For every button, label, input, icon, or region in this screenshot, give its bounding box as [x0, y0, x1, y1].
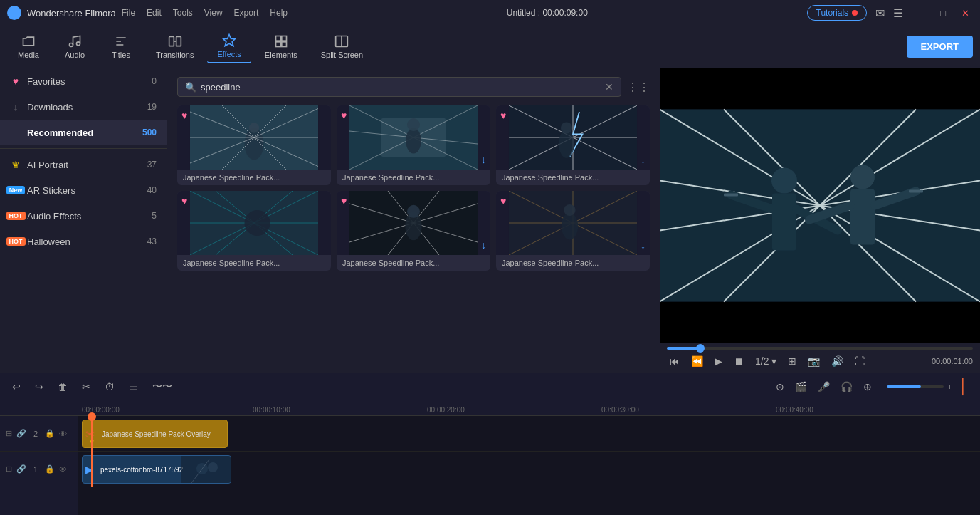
- toolbar-media[interactable]: Media: [7, 31, 50, 63]
- close-button[interactable]: ✕: [958, 8, 973, 19]
- effect-card-5[interactable]: ♥ ↓ Japanese Speedline Pack...: [337, 191, 490, 271]
- effect-dl-3[interactable]: ↓: [641, 154, 646, 165]
- maximize-button[interactable]: □: [937, 8, 949, 19]
- snapshot-button[interactable]: 📷: [805, 354, 823, 368]
- mail-icon[interactable]: ✉: [875, 6, 885, 20]
- titlebar-left: Wondershare Filmora File Edit Tools View…: [7, 6, 288, 20]
- effect-dl-5[interactable]: ↓: [481, 239, 486, 251]
- hot-badge-audio: HOT: [10, 210, 21, 222]
- zoom-minus-icon: −: [879, 383, 883, 391]
- effect-name-3: Japanese Speedline Pack...: [496, 170, 650, 185]
- track2-lock-icon[interactable]: 🔒: [45, 429, 55, 438]
- effect-fav-5[interactable]: ♥: [341, 195, 347, 207]
- ruler-mark-10: 00:00:10:00: [253, 406, 290, 414]
- progress-thumb: [696, 344, 705, 353]
- effect-name-5: Japanese Speedline Pack...: [337, 255, 490, 271]
- skip-back-button[interactable]: ⏮: [667, 354, 683, 368]
- svg-point-44: [559, 130, 574, 158]
- zoom-controls: ⊙ 🎬 🎤 🎧 ⊕ − + │: [772, 377, 971, 396]
- effect-thumb-1: ♥: [177, 105, 331, 170]
- speedline-thumbnail-5: [337, 191, 490, 255]
- motion-button[interactable]: 🎬: [791, 380, 811, 394]
- redo-button[interactable]: ↪: [31, 380, 47, 394]
- toolbar-elements[interactable]: Elements: [255, 31, 307, 63]
- timeline-body: ⊞ 🔗 2 🔒 👁 ⊞ 🔗 1 🔒 👁 00:00:00:00 00:00:10…: [0, 400, 980, 515]
- effect-card-1[interactable]: ♥ Japanese Speedline Pack...: [177, 105, 331, 185]
- cut-button[interactable]: ✂: [78, 380, 94, 394]
- audio-wave-button[interactable]: 〜〜: [149, 379, 176, 395]
- undo-button[interactable]: ↩: [9, 380, 24, 394]
- track2-number: 2: [33, 430, 38, 438]
- track1-number: 1: [33, 465, 38, 474]
- menu-tools[interactable]: Tools: [173, 8, 193, 18]
- effect-dl-2[interactable]: ↓: [481, 154, 486, 165]
- clock-button[interactable]: ⏱: [101, 380, 118, 394]
- toolbar-audio[interactable]: Audio: [53, 31, 96, 63]
- effect-card-6[interactable]: ♥ ↓ Japanese Speedline Pack...: [496, 191, 650, 271]
- effect-card-2[interactable]: ♥ ↓ Japanese Speedline Pack...: [337, 105, 490, 185]
- sidebar-item-ai-portrait[interactable]: ♛ AI Portrait 37: [0, 152, 167, 177]
- track1-lock-icon[interactable]: 🔒: [45, 464, 55, 474]
- sidebar-item-downloads[interactable]: ↓ Downloads 19: [0, 94, 167, 120]
- track2-add-icon[interactable]: ⊞: [6, 429, 12, 438]
- menu-icon[interactable]: ☰: [893, 6, 903, 20]
- menu-edit[interactable]: Edit: [147, 8, 162, 18]
- toolbar-titles[interactable]: Titles: [100, 31, 142, 63]
- sidebar-item-ar-stickers[interactable]: New AR Stickers 40: [0, 177, 167, 203]
- fullscreen-button[interactable]: ⛶: [852, 354, 868, 368]
- crown-icon: ♛: [10, 159, 21, 170]
- vertical-line-button: │: [956, 377, 972, 396]
- track1-eye-icon[interactable]: 👁: [59, 465, 67, 474]
- track-clip-video[interactable]: ▶ pexels-cottonbro-8717592: [82, 455, 231, 484]
- playhead[interactable]: [91, 416, 93, 487]
- mic-button[interactable]: 🎤: [814, 380, 833, 394]
- export-button[interactable]: EXPORT: [907, 36, 973, 58]
- effect-fav-4[interactable]: ♥: [181, 195, 187, 207]
- ruler-mark-40: 00:00:40:00: [776, 406, 813, 414]
- delete-button[interactable]: 🗑: [54, 380, 71, 394]
- effect-fav-2[interactable]: ♥: [341, 110, 347, 121]
- play-button[interactable]: ▶: [712, 354, 725, 368]
- speed-selector[interactable]: 1/2 ▾: [752, 354, 779, 368]
- menu-help[interactable]: Help: [270, 8, 288, 18]
- headphone-button[interactable]: 🎧: [837, 380, 856, 394]
- sidebar-item-halloween[interactable]: HOT Halloween 43: [0, 229, 167, 254]
- effect-fav-6[interactable]: ♥: [500, 195, 506, 207]
- sidebar-item-recommended[interactable]: Recommended 500: [0, 120, 167, 145]
- layout-button[interactable]: ⊞: [785, 354, 799, 368]
- effect-card-3[interactable]: ♥ ↓ Japanese Speedline Pack...: [496, 105, 650, 185]
- expand-button[interactable]: ⊕: [860, 380, 875, 394]
- grid-view-button[interactable]: ⋮⋮: [627, 80, 650, 94]
- effect-fav-3[interactable]: ♥: [500, 110, 506, 121]
- minimize-button[interactable]: —: [912, 8, 928, 19]
- volume-button[interactable]: 🔊: [828, 354, 846, 368]
- track1-add-icon[interactable]: ⊞: [6, 464, 12, 474]
- toolbar-transitions[interactable]: Transitions: [146, 31, 204, 63]
- effect-dl-6[interactable]: ↓: [641, 239, 646, 251]
- track1-link-icon[interactable]: 🔗: [16, 464, 26, 474]
- sidebar-item-audio-effects[interactable]: HOT Audio Effects 5: [0, 203, 167, 229]
- track2-link-icon[interactable]: 🔗: [16, 429, 26, 438]
- svg-point-45: [561, 122, 572, 133]
- menu-file[interactable]: File: [122, 8, 135, 18]
- track2-eye-icon[interactable]: 👁: [59, 430, 67, 438]
- effect-name-4: Japanese Speedline Pack...: [177, 255, 331, 271]
- search-input[interactable]: [201, 82, 601, 93]
- toolbar-split-screen[interactable]: Split Screen: [311, 31, 373, 63]
- effect-card-4[interactable]: ♥ Japanese Speedline Pack...: [177, 191, 331, 271]
- menu-view[interactable]: View: [204, 8, 223, 18]
- toolbar-effects[interactable]: Effects: [207, 30, 251, 63]
- track-clip-overlay[interactable]: ✂ Japanese Speedline Pack Overlay ▼: [82, 420, 228, 448]
- zoom-out-button[interactable]: ⊙: [772, 380, 788, 394]
- sidebar-item-favorites[interactable]: ♥ Favorites 0: [0, 68, 167, 94]
- menu-export[interactable]: Export: [234, 8, 259, 18]
- effect-fav-1[interactable]: ♥: [181, 110, 187, 121]
- progress-bar[interactable]: [667, 347, 973, 350]
- step-back-button[interactable]: ⏪: [688, 354, 706, 368]
- zoom-slider[interactable]: [887, 385, 944, 388]
- tutorials-button[interactable]: Tutorials: [807, 5, 868, 21]
- ruler-mark-30: 00:00:30:00: [601, 406, 639, 414]
- search-clear-icon[interactable]: ✕: [605, 81, 613, 93]
- filter-button[interactable]: ⚌: [125, 380, 142, 394]
- stop-button[interactable]: ⏹: [731, 354, 747, 368]
